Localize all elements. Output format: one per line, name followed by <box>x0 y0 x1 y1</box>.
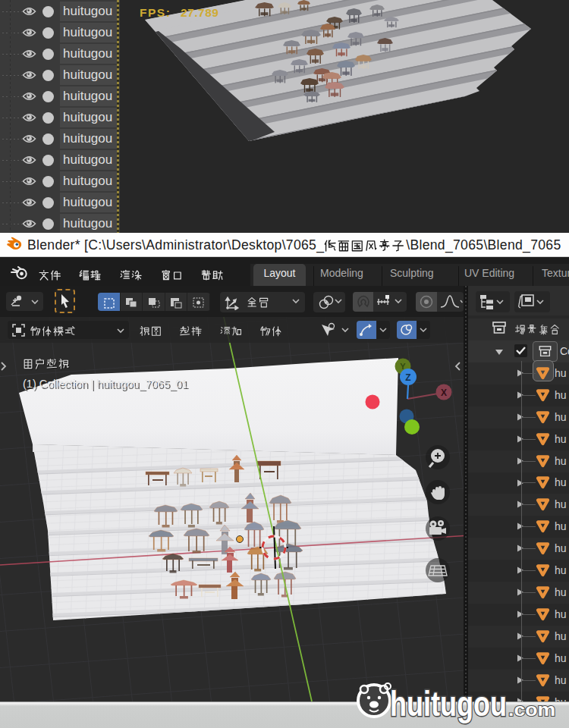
svg-text:.com: .com <box>508 699 555 720</box>
svg-text:(1) Collection | huitugou_7065: (1) Collection | huitugou_7065_01 <box>23 378 187 390</box>
svg-text:huitugou: huitugou <box>390 684 507 723</box>
svg-text:X: X <box>441 388 447 398</box>
svg-text:27.789: 27.789 <box>181 6 218 19</box>
svg-text:Z: Z <box>405 372 410 383</box>
svg-text:FPS:: FPS: <box>140 6 171 19</box>
